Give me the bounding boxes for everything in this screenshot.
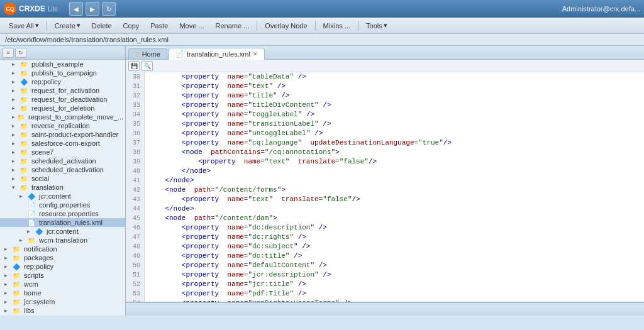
item-icon: 🔷	[13, 263, 20, 270]
tools-menu[interactable]: Tools ▾	[361, 20, 392, 31]
tree-item-publish-to-campaign[interactable]: ▸📁publish_to_campaign	[0, 69, 125, 77]
folder-icon: 📁	[13, 272, 20, 279]
tree-item-reverse-replication[interactable]: ▸📁reverse_replication	[0, 121, 125, 130]
tree-item-home[interactable]: ▸📁home	[0, 289, 125, 297]
expand-icon: ▸	[4, 246, 11, 252]
tree-item-translation[interactable]: ▾📁translation	[0, 183, 125, 192]
tree-item-wcm-translation[interactable]: ▸📁wcm-translation	[0, 236, 125, 245]
expand-icon: ▸	[4, 307, 11, 314]
tab-close-button[interactable]: ✕	[253, 51, 258, 57]
content-toolbar: 💾 🔍	[126, 60, 644, 72]
expand-icon: ▸	[12, 158, 18, 164]
line-content: </node>	[145, 176, 194, 185]
tree-item-rep-policy[interactable]: ▸🔷rep:policy	[0, 262, 125, 271]
code-line: 39 <property name="text" translate="fals…	[126, 157, 644, 167]
code-area[interactable]: 30 <property name="tableData" />31 <prop…	[126, 72, 644, 302]
line-number: 38	[126, 148, 145, 157]
tree-item-scene7[interactable]: ▸📁scene7	[0, 148, 125, 157]
refresh-tree-button[interactable]: ↻	[15, 48, 26, 58]
create-menu[interactable]: Create ▾	[50, 20, 86, 31]
app-title: CRXDE	[19, 4, 45, 13]
copy-menu[interactable]: Copy	[118, 21, 145, 31]
refresh-button[interactable]: ↻	[102, 2, 116, 16]
tree-item-label: request_for_activation	[31, 87, 99, 94]
line-number: 51	[126, 270, 145, 280]
tree-item-scheduled-deactivation[interactable]: ▸📁scheduled_deactivation	[0, 165, 125, 174]
tree-item-label: social	[31, 175, 49, 182]
tree-item-jcr-content[interactable]: ▸🔷jcr:content	[0, 227, 125, 236]
tree-item-notification[interactable]: ▸📁notification	[0, 245, 125, 253]
expand-icon: ▸	[12, 61, 18, 67]
expand-icon: ▸	[12, 149, 18, 155]
tree-item-packages[interactable]: ▸📁packages	[0, 253, 125, 262]
line-number: 43	[126, 195, 145, 204]
tree-item-label: scheduled_deactivation	[31, 166, 104, 173]
tree-item-request-for-deletion[interactable]: ▸📁request_for_deletion	[0, 104, 125, 113]
tree-item-saint-product-export-handler[interactable]: ▸📁saint-product-export-handler	[0, 130, 125, 139]
forward-button[interactable]: ▶	[86, 2, 99, 16]
line-number: 34	[126, 110, 145, 119]
tree-item-request-to-complete-move----[interactable]: ▸📁request_to_complete_move_...	[0, 113, 125, 121]
expand-icon: ▸	[12, 96, 18, 102]
tree-item-rep-policy[interactable]: ▸🔷rep:policy	[0, 77, 125, 86]
folder-icon: 📁	[20, 175, 28, 182]
expand-icon: ▸	[19, 237, 26, 243]
line-number: 37	[126, 138, 145, 148]
tree-item-label: libs	[24, 307, 35, 314]
move-menu[interactable]: Move ...	[174, 21, 209, 31]
tree-item-jcr-system[interactable]: ▸📁jcr:system	[0, 297, 125, 306]
line-number: 44	[126, 204, 145, 214]
line-content: <property name="text" />	[145, 82, 286, 91]
expand-icon: ▾	[12, 184, 18, 190]
file-icon: 📄	[28, 211, 35, 217]
tab-bar: ⌂ Home 📄 translation_rules.xml ✕	[126, 46, 644, 60]
code-line: 41 </node>	[126, 176, 644, 185]
line-number: 35	[126, 119, 145, 129]
tree-item-social[interactable]: ▸📁social	[0, 174, 125, 183]
save-button[interactable]: 💾	[128, 61, 140, 71]
code-line: 52 <property name="jcr:title" />	[126, 280, 644, 289]
tree-item-translation-rules-xml[interactable]: 📄translation_rules.xml	[0, 218, 125, 227]
folder-icon: 📁	[13, 307, 20, 314]
tree-item-jcr-content[interactable]: ▸🔷jcr:content	[0, 192, 125, 201]
collapse-all-button[interactable]: ≡	[3, 48, 14, 58]
tree-item-label: translation_rules.xml	[39, 219, 103, 226]
tree-item-resource-properties[interactable]: 📄resource.properties	[0, 209, 125, 218]
menu-bar: Save All ▾ Create ▾ Delete Copy Paste Mo…	[0, 18, 644, 34]
save-all-menu[interactable]: Save All ▾	[4, 20, 44, 31]
tree-item-request-for-deactivation[interactable]: ▸📁request_for_deactivation	[0, 95, 125, 104]
line-content: <property name="transitionLabel" />	[145, 119, 331, 129]
tree-item-config-properties[interactable]: 📄config.properties	[0, 201, 125, 209]
overlay-node-menu[interactable]: Overlay Node	[260, 21, 312, 31]
expand-icon: ▸	[12, 140, 18, 146]
tree-item-label: resource.properties	[39, 210, 99, 217]
tree-item-salesforce-com-export[interactable]: ▸📁salesforce-com-export	[0, 139, 125, 148]
home-icon: ⌂	[135, 50, 140, 58]
expand-icon: ▸	[4, 272, 11, 278]
search-button[interactable]: 🔍	[142, 61, 153, 71]
mixins-menu[interactable]: Mixins ...	[318, 21, 355, 31]
tree-item-libs[interactable]: ▸📁libs	[0, 306, 125, 315]
folder-icon: 📁	[20, 148, 28, 156]
folder-icon: 📁	[20, 104, 28, 112]
expand-icon: ▸	[12, 131, 18, 138]
logo-icon: CQ	[4, 3, 16, 15]
code-line: 42 <node path="/content/forms">	[126, 185, 644, 195]
code-line: 30 <property name="tableData" />	[126, 72, 644, 82]
folder-icon: 📁	[20, 69, 28, 77]
tree-item-wcm[interactable]: ▸📁wcm	[0, 280, 125, 289]
tree-item-publish-example[interactable]: ▸📁publish_example	[0, 60, 125, 69]
delete-menu[interactable]: Delete	[87, 21, 117, 31]
tab-home[interactable]: ⌂ Home	[128, 48, 167, 59]
folder-icon: 📁	[20, 184, 28, 191]
code-line: 46 <property name="dc:description" />	[126, 223, 644, 233]
tree-item-scheduled-activation[interactable]: ▸📁scheduled_activation	[0, 157, 125, 165]
tree-item-request-for-activation[interactable]: ▸📁request_for_activation	[0, 86, 125, 95]
back-button[interactable]: ◀	[69, 2, 83, 16]
line-content: <property name="text" translate="false"/…	[145, 195, 360, 204]
paste-menu[interactable]: Paste	[145, 21, 173, 31]
rename-menu[interactable]: Rename ...	[211, 21, 255, 31]
line-number: 50	[126, 261, 145, 270]
tree-item-scripts[interactable]: ▸📁scripts	[0, 271, 125, 280]
tab-translation-rules[interactable]: 📄 translation_rules.xml ✕	[169, 48, 265, 60]
